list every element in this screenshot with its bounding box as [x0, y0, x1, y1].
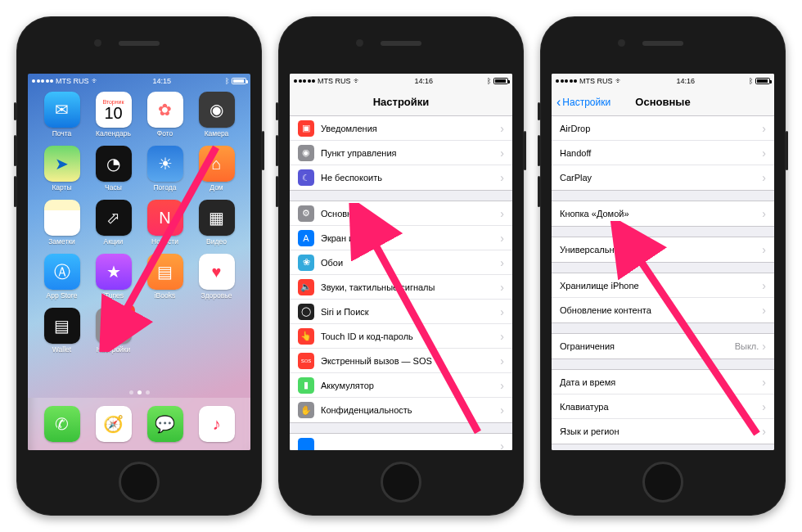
chevron-right-icon: › — [762, 279, 766, 292]
settings-row[interactable]: ✋Конфиденциальность› — [290, 398, 512, 422]
app-icon: Вторник10 — [96, 92, 132, 128]
app-App Store[interactable]: ⒶApp Store — [39, 254, 85, 308]
app-Календарь[interactable]: Вторник10Календарь — [91, 92, 137, 146]
general-row[interactable]: Handoff› — [552, 141, 774, 165]
app-Дом[interactable]: ⌂Дом — [194, 146, 240, 200]
home-button[interactable] — [119, 462, 160, 503]
chevron-right-icon: › — [762, 304, 766, 317]
row-label: Экран и яркость — [321, 233, 500, 243]
chevron-right-icon: › — [500, 207, 504, 220]
settings-row[interactable]: SOSЭкстренный вызов — SOS› — [290, 349, 512, 373]
dock-phone[interactable]: ✆ — [44, 406, 80, 442]
row-label: Обновление контента — [560, 305, 762, 315]
app-Карты[interactable]: ➤Карты — [39, 146, 85, 200]
page-indicator[interactable] — [28, 387, 250, 398]
volume-down — [276, 176, 278, 207]
general-row[interactable]: Хранилище iPhone› — [552, 273, 774, 298]
app-iBooks[interactable]: ▤iBooks — [142, 254, 188, 308]
app-Заметки[interactable]: Заметки — [39, 200, 85, 254]
settings-list[interactable]: ▣Уведомления›◉Пункт управления›☾Не беспо… — [290, 116, 512, 450]
row-label: Handoff — [560, 148, 762, 158]
app-label: Часы — [91, 183, 137, 192]
general-row[interactable]: Кнопка «Домой»› — [552, 201, 774, 226]
general-row[interactable]: Обновление контента› — [552, 298, 774, 322]
settings-row[interactable]: ☾Не беспокоить› — [290, 165, 512, 190]
settings-screen: MTS RUS ᯤ 14:16 ᛒ Настройки ▣Уведомления… — [290, 74, 512, 450]
back-button[interactable]: ‹ Настройки — [556, 96, 611, 109]
settings-row[interactable]: ▣Уведомления› — [290, 116, 512, 141]
clock: 14:16 — [676, 77, 695, 85]
power-button — [786, 131, 788, 170]
settings-row[interactable]: ◉Пункт управления› — [290, 141, 512, 165]
settings-row[interactable]: ⚙Основные› — [290, 201, 512, 226]
general-row[interactable]: Дата и время› — [552, 370, 774, 394]
row-icon: ▮ — [298, 377, 314, 394]
navbar: Настройки — [290, 88, 512, 116]
app-Wallet[interactable]: ▤Wallet — [39, 308, 85, 362]
row-label: Основные — [321, 209, 500, 219]
signal-icon — [32, 79, 53, 83]
app-label: Камера — [194, 129, 240, 138]
phone-general: MTS RUS ᯤ 14:16 ᛒ ‹ Настройки Основные A… — [540, 16, 786, 516]
chevron-right-icon: › — [500, 171, 504, 184]
row-icon: ☾ — [298, 169, 314, 186]
front-camera — [618, 39, 625, 47]
navbar-title: Настройки — [373, 96, 430, 108]
phone-settings: MTS RUS ᯤ 14:16 ᛒ Настройки ▣Уведомления… — [278, 16, 524, 516]
home-button[interactable] — [642, 462, 683, 503]
signal-icon — [556, 79, 577, 83]
general-row[interactable]: CarPlay› — [552, 165, 774, 190]
row-label: Язык и регион — [560, 426, 762, 436]
row-icon: ◯ — [298, 304, 314, 320]
settings-row[interactable]: ▮Аккумулятор› — [290, 373, 512, 398]
app-icon: ➤ — [44, 146, 80, 182]
front-camera — [94, 39, 101, 47]
row-icon — [298, 438, 314, 450]
app-Почта[interactable]: ✉Почта — [39, 92, 85, 146]
wifi-icon: ᯤ — [92, 77, 99, 85]
app-icon: ▤ — [147, 254, 183, 290]
settings-row[interactable]: 👆Touch ID и код-пароль› — [290, 324, 512, 349]
app-Фото[interactable]: ✿Фото — [142, 92, 188, 146]
row-label: Звуки, тактильные сигналы — [321, 282, 500, 292]
app-Видео[interactable]: ▦Видео — [194, 200, 240, 254]
wifi-icon: ᯤ — [354, 77, 361, 85]
general-row[interactable]: Универсальный доступ› — [552, 237, 774, 262]
dock-safari[interactable]: 🧭 — [96, 406, 132, 442]
general-list[interactable]: AirDrop›Handoff›CarPlay›Кнопка «Домой»›У… — [552, 116, 774, 450]
app-Камера[interactable]: ◉Камера — [194, 92, 240, 146]
general-row[interactable]: Язык и регион› — [552, 419, 774, 444]
settings-row[interactable]: 🔈Звуки, тактильные сигналы› — [290, 275, 512, 300]
general-screen: MTS RUS ᯤ 14:16 ᛒ ‹ Настройки Основные A… — [552, 74, 774, 450]
app-icon: N — [147, 200, 183, 236]
settings-row[interactable]: ❀Обои› — [290, 250, 512, 275]
settings-row[interactable]: AЭкран и яркость› — [290, 226, 512, 250]
status-bar: MTS RUS ᯤ 14:16 ᛒ — [290, 74, 512, 88]
row-label: Ограничения — [560, 341, 735, 351]
general-row[interactable]: AirDrop› — [552, 116, 774, 141]
app-Новости[interactable]: NНовости — [142, 200, 188, 254]
app-Здоровье[interactable]: ♥Здоровье — [194, 254, 240, 308]
app-Часы[interactable]: ◔Часы — [91, 146, 137, 200]
chevron-right-icon: › — [762, 147, 766, 160]
volume-down — [538, 176, 540, 207]
chevron-right-icon: › — [762, 171, 766, 184]
battery-icon — [493, 78, 508, 84]
general-row[interactable]: ОграниченияВыкл.› — [552, 334, 774, 358]
dock-messages[interactable]: 💬 — [147, 406, 183, 442]
app-Настройки[interactable]: ⚙1Настройки — [91, 308, 137, 362]
clock: 14:16 — [414, 77, 433, 85]
settings-row[interactable]: ◯Siri и Поиск› — [290, 300, 512, 324]
home-button[interactable] — [381, 462, 421, 503]
badge: 1 — [124, 304, 135, 316]
settings-row[interactable]: › — [290, 434, 512, 450]
app-icon: Ⓐ — [44, 254, 80, 290]
chevron-right-icon: › — [762, 340, 766, 353]
general-row[interactable]: Клавиатура› — [552, 394, 774, 419]
app-iTunes[interactable]: ★iTunes — [91, 254, 137, 308]
dock-music[interactable]: ♪ — [199, 406, 235, 442]
app-Погода[interactable]: ☀Погода — [142, 146, 188, 200]
navbar-title: Основные — [635, 96, 690, 108]
app-Акции[interactable]: ⬀Акции — [91, 200, 137, 254]
chevron-right-icon: › — [500, 122, 504, 135]
